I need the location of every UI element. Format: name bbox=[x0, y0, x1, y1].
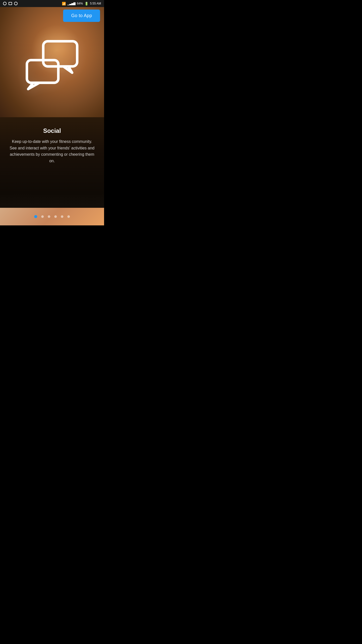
wifi-icon: 📶 bbox=[62, 2, 66, 6]
status-right-info: 📶 ▁▃▅▇ 64% 🔋 5:55 AM bbox=[62, 2, 101, 6]
nav-dot-5[interactable] bbox=[61, 215, 63, 218]
nav-dot-3[interactable] bbox=[48, 215, 50, 218]
image-icon bbox=[9, 2, 12, 5]
chat-bubbles-icon bbox=[22, 34, 82, 94]
nav-dot-4[interactable] bbox=[54, 215, 57, 218]
status-time: 5:55 AM bbox=[90, 2, 101, 5]
battery-icon: 🔋 bbox=[84, 2, 88, 6]
nav-dot-1[interactable] bbox=[34, 215, 37, 218]
clock-icon bbox=[14, 2, 18, 5]
section-description: Keep up-to-date with your fitness commun… bbox=[9, 138, 95, 164]
signal-icon: ▁▃▅▇ bbox=[67, 2, 75, 5]
go-to-app-button[interactable]: Go to App bbox=[63, 10, 100, 22]
nav-dots-container bbox=[0, 208, 104, 225]
nav-dot-2[interactable] bbox=[41, 215, 44, 218]
nav-dot-6[interactable] bbox=[67, 215, 70, 218]
section-title: Social bbox=[43, 127, 61, 134]
status-left-icons bbox=[3, 2, 18, 5]
svg-rect-0 bbox=[43, 41, 77, 66]
account-icon bbox=[3, 2, 7, 5]
status-bar: 📶 ▁▃▅▇ 64% 🔋 5:55 AM bbox=[0, 0, 104, 7]
battery-percentage: 64% bbox=[77, 2, 83, 5]
hero-section: Go to App bbox=[0, 0, 104, 122]
